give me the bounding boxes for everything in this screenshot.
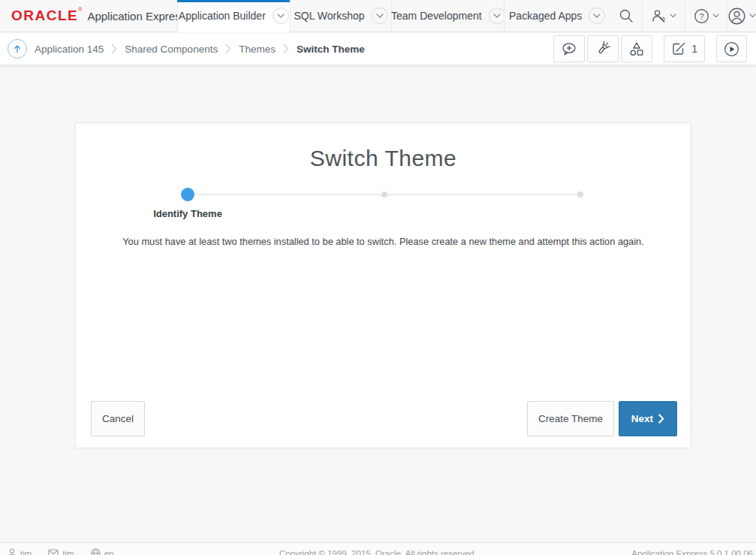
breadcrumb-item-switch-theme: Switch Theme: [297, 44, 365, 55]
help-icon: ?: [694, 8, 709, 24]
shared-components-icon: [628, 41, 645, 57]
breadcrumb-item-themes[interactable]: Themes: [239, 44, 276, 55]
flashlight-icon: [595, 41, 611, 57]
step-1-dot-active: [181, 188, 194, 201]
account-menu-button[interactable]: [727, 0, 756, 32]
breadcrumb: Application 145 Shared Components Themes…: [8, 39, 365, 59]
tab-label: Application Builder: [179, 10, 266, 22]
tab-team-development[interactable]: Team Development: [391, 0, 504, 32]
wizard-title: Switch Theme: [76, 146, 691, 171]
search-icon: [619, 8, 634, 23]
breadcrumb-bar: Application 145 Shared Components Themes…: [0, 33, 756, 65]
help-menu-button[interactable]: ?: [685, 0, 727, 32]
chevron-down-icon[interactable]: [372, 8, 388, 24]
tab-label: Team Development: [391, 10, 482, 22]
play-icon: [724, 41, 739, 58]
top-nav: ORACLE® Application Express Application …: [0, 0, 756, 32]
product-name: Application Express: [87, 10, 186, 23]
tab-label: SQL Workshop: [294, 10, 364, 22]
oracle-wordmark: ORACLE®: [11, 8, 82, 24]
breadcrumb-item-shared-components[interactable]: Shared Components: [125, 44, 218, 55]
account-icon: [727, 7, 746, 26]
wizard-message: You must have at least two themes instal…: [76, 236, 691, 247]
create-theme-button[interactable]: Create Theme: [527, 401, 614, 436]
breadcrumb-separator-icon: [225, 44, 231, 54]
run-page-button[interactable]: [716, 35, 747, 62]
arrow-up-icon: [12, 44, 23, 54]
apex-window: ORACLE® Application Express Application …: [0, 0, 756, 555]
chevron-right-icon: [658, 414, 664, 424]
breadcrumb-separator-icon: [283, 44, 289, 54]
page-footer: tim tim en Copyright © 1999, 2015, Oracl…: [0, 542, 756, 555]
edit-page-icon: [671, 41, 686, 56]
switch-theme-wizard: Switch Theme Identify Theme You must hav…: [75, 122, 691, 448]
svg-text:?: ?: [699, 11, 703, 20]
chevron-down-icon: [749, 14, 756, 18]
chevron-down-icon[interactable]: [273, 8, 289, 24]
tab-application-builder[interactable]: Application Builder: [177, 0, 290, 32]
edit-page-number: 1: [691, 43, 697, 55]
administration-menu-button[interactable]: [643, 0, 685, 32]
tab-packaged-apps[interactable]: Packaged Apps: [504, 0, 610, 32]
search-button[interactable]: [610, 0, 643, 32]
administration-icon: [651, 8, 667, 23]
shared-components-button[interactable]: [621, 35, 652, 62]
feedback-icon: [561, 41, 577, 56]
cancel-button[interactable]: Cancel: [91, 401, 145, 436]
edit-page-button[interactable]: 1: [664, 35, 705, 62]
up-level-button[interactable]: [8, 39, 27, 59]
chevron-down-icon: [712, 14, 719, 18]
registered-mark: ®: [78, 7, 82, 12]
tab-sql-workshop[interactable]: SQL Workshop: [290, 0, 392, 32]
feedback-button[interactable]: [553, 35, 585, 62]
breadcrumb-separator-icon: [111, 44, 117, 54]
tab-label: Packaged Apps: [509, 10, 582, 22]
find-button[interactable]: [587, 35, 619, 62]
chevron-down-icon[interactable]: [489, 8, 505, 24]
step-3-dot: [577, 192, 583, 198]
header-icon-group: ?: [610, 0, 756, 32]
footer-version: Application Express 5.0.1.00.06: [631, 549, 753, 555]
chevron-down-icon[interactable]: [589, 8, 605, 24]
oracle-logo[interactable]: ORACLE® Application Express: [0, 0, 177, 32]
page-toolbar: 1: [551, 35, 747, 62]
current-step-label: Identify Theme: [113, 208, 263, 219]
step-2-dot: [381, 192, 387, 198]
next-button[interactable]: Next: [619, 401, 677, 436]
chevron-down-icon: [670, 14, 676, 18]
next-button-label: Next: [631, 413, 653, 424]
breadcrumb-item-application[interactable]: Application 145: [35, 44, 104, 55]
